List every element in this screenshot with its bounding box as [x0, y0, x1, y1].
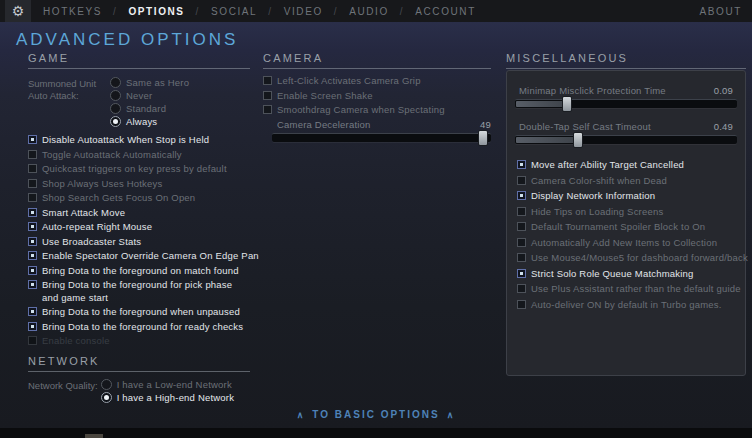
checkbox-row[interactable]: Auto-repeat Right Mouse [28, 221, 250, 234]
checkbox[interactable] [28, 222, 37, 231]
checkbox[interactable] [28, 164, 37, 173]
radio-row[interactable]: I have a High-end Network [101, 391, 234, 404]
checkbox[interactable] [517, 176, 526, 185]
radio-button[interactable] [110, 116, 121, 127]
checkbox-row[interactable]: Toggle Autoattack Automatically [28, 149, 250, 162]
checkbox-label: Shop Search Gets Focus On Open [42, 192, 195, 205]
checkbox[interactable] [28, 208, 37, 217]
about-link[interactable]: ABOUT [700, 6, 742, 17]
checkbox[interactable] [28, 150, 37, 159]
slider-fill [516, 101, 569, 107]
nav-separator: / [400, 6, 404, 17]
checkbox-row[interactable]: Shop Always Uses Hotkeys [28, 178, 250, 191]
slider-track[interactable] [272, 133, 491, 142]
nav-item[interactable]: HOTKEYS / [43, 6, 128, 17]
summoned-unit-options: Same as Hero Never Standard Always [110, 76, 189, 128]
checkbox-row[interactable]: Strict Solo Role Queue Matchmaking [517, 268, 737, 281]
slider-track[interactable] [515, 99, 737, 108]
radio-button[interactable] [101, 379, 112, 390]
checkbox-row[interactable]: Camera Color-shift when Dead [517, 175, 737, 188]
checkbox[interactable] [517, 160, 526, 169]
checkbox-row[interactable]: Enable console [28, 335, 250, 348]
checkbox-row[interactable]: Bring Dota to the foreground for pick ph… [28, 279, 250, 304]
checkbox[interactable] [28, 266, 37, 275]
checkbox[interactable] [28, 237, 37, 246]
slider-fill [516, 137, 580, 143]
radio-label: Always [126, 116, 157, 127]
slider-handle[interactable] [478, 130, 488, 146]
checkbox-row[interactable]: Use Mouse4/Mouse5 for dashboard forward/… [517, 252, 737, 265]
checkbox-label: Automatically Add New Items to Collectio… [531, 237, 717, 250]
checkbox[interactable] [517, 253, 526, 262]
nav-item[interactable]: OPTIONS / [128, 6, 211, 17]
checkbox[interactable] [263, 105, 272, 114]
checkbox[interactable] [517, 207, 526, 216]
radio-row[interactable]: Never [110, 89, 189, 102]
checkbox[interactable] [517, 300, 526, 309]
checkbox-row[interactable]: Auto-deliver ON by default in Turbo game… [517, 299, 737, 312]
checkbox-row[interactable]: Display Network Information [517, 190, 737, 203]
checkbox[interactable] [263, 76, 272, 85]
nav-item[interactable]: AUDIO / [349, 6, 415, 17]
checkbox-row[interactable]: Disable Autoattack When Stop is Held [28, 134, 250, 147]
slider-track[interactable] [515, 135, 737, 144]
slider-value: 49 [480, 119, 491, 130]
checkbox[interactable] [28, 336, 37, 345]
camera-section-title: CAMERA [263, 52, 491, 69]
nav-item-label: OPTIONS [128, 6, 184, 17]
nav-item[interactable]: SOCIAL / [211, 6, 284, 17]
slider-handle[interactable] [562, 96, 572, 112]
radio-button[interactable] [110, 90, 121, 101]
checkbox[interactable] [517, 238, 526, 247]
checkbox-label: Use Plus Assistant rather than the defau… [531, 283, 741, 296]
checkbox[interactable] [28, 135, 37, 144]
checkbox-row[interactable]: Default Tournament Spoiler Block to On [517, 221, 737, 234]
radio-button[interactable] [101, 392, 112, 403]
checkbox-row[interactable]: Bring Dota to the foreground when unpaus… [28, 306, 250, 319]
checkbox-row[interactable]: Quickcast triggers on key press by defau… [28, 163, 250, 176]
checkbox-row[interactable]: Smoothdrag Camera when Spectating [263, 104, 491, 117]
checkbox[interactable] [517, 269, 526, 278]
checkbox-row[interactable]: Bring Dota to the foreground on match fo… [28, 265, 250, 278]
radio-row[interactable]: Same as Hero [110, 76, 189, 89]
radio-button[interactable] [110, 77, 121, 88]
checkbox-row[interactable]: Left-Click Activates Camera Grip [263, 75, 491, 88]
checkbox[interactable] [28, 322, 37, 331]
checkbox-row[interactable]: Use Broadcaster Stats [28, 236, 250, 249]
checkbox[interactable] [517, 191, 526, 200]
checkbox-label: Enable console [42, 335, 110, 348]
checkbox-label: Default Tournament Spoiler Block to On [531, 221, 705, 234]
nav-item[interactable]: ACCOUNT [415, 6, 476, 17]
checkbox-row[interactable]: Hide Tips on Loading Screens [517, 206, 737, 219]
checkbox[interactable] [28, 251, 37, 260]
checkbox[interactable] [263, 91, 272, 100]
checkbox-row[interactable]: Move after Ability Target Cancelled [517, 159, 737, 172]
radio-row[interactable]: I have a Low-end Network [101, 378, 234, 391]
checkbox-row[interactable]: Enable Spectator Override Camera On Edge… [28, 250, 250, 263]
checkbox-row[interactable]: Use Plus Assistant rather than the defau… [517, 283, 737, 296]
radio-label: I have a High-end Network [117, 392, 234, 403]
slider-handle[interactable] [573, 132, 583, 148]
checkbox-label: Enable Spectator Override Camera On Edge… [42, 250, 259, 263]
checkbox[interactable] [517, 222, 526, 231]
checkbox-row[interactable]: Smart Attack Move [28, 207, 250, 220]
settings-gear-icon[interactable]: ⚙ [5, 0, 31, 22]
to-basic-options-link[interactable]: ∧TO BASIC OPTIONS∧ [0, 409, 752, 420]
checkbox-row[interactable]: Shop Search Gets Focus On Open [28, 192, 250, 205]
checkbox-row[interactable]: Enable Screen Shake [263, 90, 491, 103]
checkbox[interactable] [517, 284, 526, 293]
checkbox-label: Enable Screen Shake [277, 90, 373, 103]
checkbox-label: Strict Solo Role Queue Matchmaking [531, 268, 694, 281]
checkbox[interactable] [28, 179, 37, 188]
misc-section-title: MISCELLANEOUS [506, 52, 746, 69]
checkbox-row[interactable]: Automatically Add New Items to Collectio… [517, 237, 737, 250]
radio-row[interactable]: Standard [110, 102, 189, 115]
checkbox[interactable] [28, 280, 37, 289]
radio-button[interactable] [110, 103, 121, 114]
checkbox-row[interactable]: Bring Dota to the foreground for ready c… [28, 321, 250, 334]
radio-row[interactable]: Always [110, 115, 189, 128]
checkbox[interactable] [28, 193, 37, 202]
radio-label: I have a Low-end Network [117, 379, 232, 390]
checkbox[interactable] [28, 307, 37, 316]
nav-item[interactable]: VIDEO / [284, 6, 350, 17]
